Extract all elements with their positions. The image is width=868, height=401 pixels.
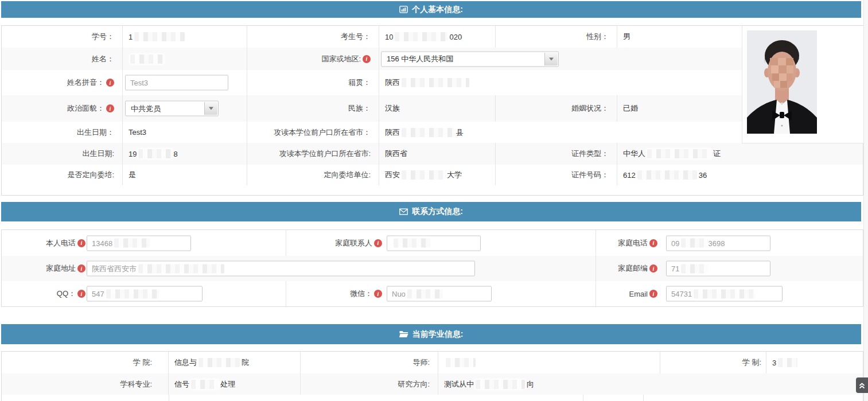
redacted-blur — [778, 358, 797, 367]
info-icon[interactable] — [77, 239, 85, 247]
info-icon[interactable] — [374, 290, 382, 298]
redacted-blur — [647, 149, 711, 158]
field-value: 中华人证 — [617, 143, 863, 165]
family-phone-input[interactable]: 093698 — [666, 235, 770, 251]
political-status-select[interactable]: 中共党员 — [125, 101, 219, 116]
field-label: 姓名拼音： — [2, 70, 123, 95]
table-row: 学科专业: 信号处理 研究方向: 测试从中向 — [2, 373, 863, 395]
field-label: 证件号码： — [496, 165, 617, 185]
table-row — [2, 185, 863, 195]
email-input[interactable]: 54731 — [666, 286, 783, 302]
student-info-page: 个人基本信息: 学号： 1 考生号： 10020 性别： 男 姓名： 国家或地区… — [0, 0, 868, 401]
country-select[interactable]: 156 中华人民共和国 — [381, 51, 559, 67]
section-title: 个人基本信息: — [412, 5, 463, 15]
info-icon[interactable] — [374, 239, 382, 247]
section-title: 当前学业信息: — [412, 329, 464, 340]
table-row: 学 院: 信息与院 导师: 学 制: 3 — [2, 352, 863, 374]
info-icon[interactable] — [649, 290, 657, 298]
personal-info-table: 学号： 1 考生号： 10020 性别： 男 姓名： 国家或地区: 156 中华… — [1, 25, 863, 196]
field-label: 政治面貌： — [2, 95, 123, 122]
academic-info-table: 学 院: 信息与院 导师: 学 制: 3 学科专业: 信号处理 研究方向: 测试… — [1, 351, 863, 401]
field-value — [123, 48, 247, 70]
field-value: 测试从中向 — [438, 373, 863, 395]
redacted-blur — [130, 54, 164, 64]
info-icon[interactable] — [649, 264, 657, 272]
field-value: 1 — [123, 26, 247, 48]
info-icon[interactable] — [106, 104, 114, 112]
field-label: 学科专业: — [2, 373, 169, 395]
field-label: 籍贯： — [247, 70, 379, 95]
table-row: QQ： 547 微信： Nuo Email 54731 — [2, 281, 863, 306]
redacted-blur — [138, 149, 172, 158]
field-value: 中共党员 — [123, 95, 247, 122]
field-label: 家庭联系人 — [286, 230, 382, 256]
field-label: 家庭电话 — [595, 230, 657, 256]
table-row: 姓名拼音： Test3 籍贯： 陕西 — [2, 70, 863, 96]
address-input[interactable]: 陕西省西安市 — [87, 261, 475, 277]
photo-cell — [742, 26, 863, 143]
postcode-input[interactable]: 71 — [666, 261, 770, 277]
field-value: Test3 — [123, 70, 247, 95]
redacted-blur — [407, 289, 443, 298]
field-label: 民族： — [247, 95, 379, 122]
field-label: 性别： — [496, 26, 617, 48]
redacted-blur — [402, 170, 445, 180]
field-label: 学号： — [2, 26, 123, 48]
field-value: 156 中华人民共和国 — [379, 48, 742, 70]
scroll-to-top-button[interactable] — [856, 377, 868, 393]
chevron-down-icon[interactable] — [544, 52, 558, 65]
redacted-blur — [446, 358, 476, 367]
field-label: 攻读本学位前户口所在省市： — [247, 122, 379, 143]
field-value: 信息与院 — [169, 352, 301, 373]
scrollbar[interactable] — [863, 0, 868, 401]
field-value: 已婚 — [617, 95, 742, 122]
pinyin-input[interactable]: Test3 — [125, 75, 228, 91]
section-title: 联系方式信息: — [412, 207, 463, 217]
redacted-blur — [681, 239, 706, 248]
field-label: 导师: — [301, 352, 438, 373]
field-value: 198 — [123, 143, 247, 165]
wechat-input[interactable]: Nuo — [387, 286, 492, 302]
field-label: 是否定向委培: — [2, 165, 123, 185]
field-label: 考生号： — [247, 26, 379, 48]
redacted-blur — [402, 128, 454, 137]
field-value: 3 — [766, 352, 863, 373]
table-row: 学号： 1 考生号： 10020 性别： 男 — [2, 26, 863, 48]
field-value — [438, 352, 660, 373]
qq-input[interactable]: 547 — [87, 286, 203, 302]
field-label: 攻读本学位前户口所在省市: — [247, 143, 379, 165]
redacted-blur — [395, 32, 447, 41]
redacted-blur — [114, 239, 150, 248]
field-value: Test3 — [123, 122, 247, 143]
field-label: 研究方向: — [301, 373, 438, 395]
field-value: 汉族 — [379, 95, 496, 122]
field-label: 本人电话 — [2, 230, 85, 256]
table-row: 政治面貌： 中共党员 民族： 汉族 婚姻状况： 已婚 — [2, 95, 863, 122]
family-contact-input[interactable] — [387, 235, 481, 251]
phone-input[interactable]: 13468 — [87, 235, 191, 251]
field-value: 信号处理 — [169, 373, 301, 395]
info-icon[interactable] — [106, 79, 114, 87]
info-icon[interactable] — [77, 290, 85, 298]
redacted-blur — [138, 264, 224, 273]
field-label: 证件类型： — [496, 143, 617, 165]
field-value: 男 — [617, 26, 742, 48]
redacted-blur — [106, 289, 159, 298]
field-label: 姓名： — [2, 48, 123, 70]
redacted-blur — [637, 170, 697, 180]
section-header-academic: 当前学业信息: — [1, 324, 861, 344]
info-icon[interactable] — [77, 264, 85, 272]
redacted-blur — [402, 78, 469, 87]
redacted-blur — [694, 289, 756, 298]
table-row: 是否定向委培: 是 定向委培单位: 西安大学 证件号码： 61236 — [2, 165, 863, 186]
info-icon[interactable] — [649, 239, 657, 247]
field-label: 家庭地址 — [2, 256, 85, 281]
field-value: 陕西县 — [379, 122, 742, 143]
redacted-blur — [394, 239, 430, 248]
section-header-personal: 个人基本信息: — [1, 1, 861, 18]
redacted-blur — [134, 32, 185, 41]
field-value: 是 — [123, 165, 247, 185]
chevron-down-icon[interactable] — [204, 102, 217, 115]
info-icon[interactable] — [363, 55, 371, 63]
redacted-blur — [198, 358, 240, 367]
